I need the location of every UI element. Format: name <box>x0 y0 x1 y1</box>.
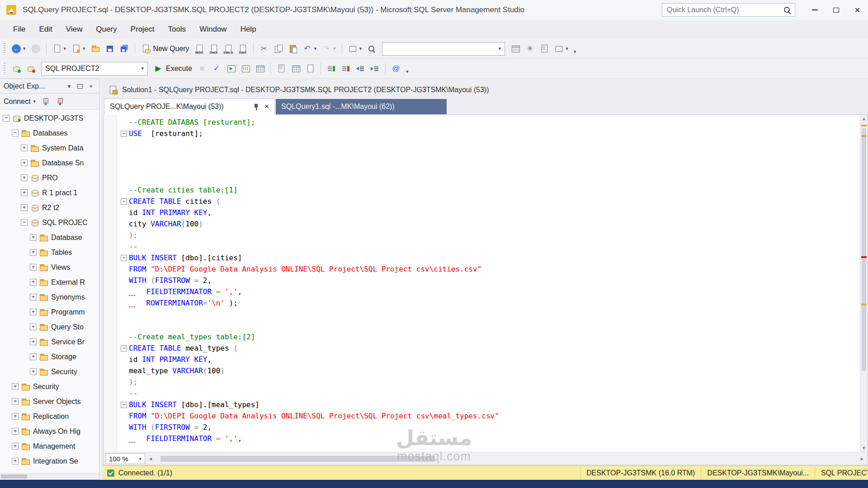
tree-item-replication[interactable]: +Replication <box>0 409 99 424</box>
results-to-text-button[interactable] <box>274 61 288 76</box>
new-query-button[interactable]: New Query <box>139 41 192 56</box>
open-file-button[interactable] <box>89 41 102 56</box>
menu-tools[interactable]: Tools <box>161 22 193 37</box>
maximize-button[interactable] <box>826 0 847 20</box>
tree-item-external-r[interactable]: +External R <box>0 275 99 290</box>
undo-button[interactable]: ↶▾ <box>301 41 319 56</box>
scrollbar-thumb[interactable] <box>862 128 866 371</box>
tree-item-integration-se[interactable]: +Integration Se <box>0 454 99 469</box>
expand-plus-icon[interactable]: + <box>30 309 37 315</box>
save-button[interactable] <box>103 41 117 56</box>
change-connection-button[interactable] <box>24 61 38 76</box>
save-all-button[interactable] <box>118 41 131 56</box>
editor-hscrollbar[interactable]: ◂ ▸ <box>145 452 868 465</box>
code-line[interactable]: WITH (FIRSTROW = 2, <box>104 275 860 286</box>
code-line[interactable]: −BULK INSERT [dbo].[cities] <box>104 252 860 263</box>
tree-item-always-on-hig[interactable]: +Always On Hig <box>0 424 99 439</box>
fold-collapse-cell[interactable]: − <box>119 343 129 354</box>
expand-plus-icon[interactable]: + <box>30 294 37 300</box>
expand-plus-icon[interactable]: + <box>30 338 37 345</box>
code-line[interactable] <box>104 150 860 162</box>
close-button[interactable]: × <box>847 0 868 20</box>
minimize-button[interactable] <box>804 0 826 20</box>
code-line[interactable]: -- <box>104 241 860 252</box>
chevron-down-icon[interactable]: ▾ <box>33 99 36 104</box>
code-line[interactable]: FROM "D:\DEPI Google Data Analysis ONLIN… <box>104 263 860 275</box>
object-explorer-hscrollbar[interactable] <box>0 473 99 479</box>
code-line[interactable]: meal_type VARCHAR(100) <box>104 365 860 376</box>
tree-item-views[interactable]: +Views <box>0 260 99 275</box>
tree-item-system-data[interactable]: +System Data <box>0 141 99 155</box>
code-line[interactable] <box>104 162 860 173</box>
tree-item-r-1-pract-1[interactable]: +R 1 pract 1 <box>0 185 99 200</box>
expand-plus-icon[interactable]: + <box>21 189 28 196</box>
paste-button[interactable] <box>286 41 300 56</box>
expand-plus-icon[interactable]: + <box>30 324 37 330</box>
expand-minus-icon[interactable]: − <box>12 130 19 136</box>
pin-icon[interactable] <box>253 103 259 111</box>
include-estimated-execution-plan-button[interactable] <box>224 61 238 76</box>
code-line[interactable]: FIELDTERMINATOR = ',', <box>104 286 860 297</box>
tree-item-storage[interactable]: +Storage <box>0 349 99 364</box>
code-line[interactable]: --Create cities table:[1] <box>104 184 860 196</box>
chevron-down-icon[interactable]: ▾ <box>141 66 144 71</box>
menu-project[interactable]: Project <box>124 22 161 37</box>
analysis-dmx-query-button[interactable]: DMX <box>207 41 221 56</box>
redo-button[interactable]: ↷▾ <box>320 41 338 56</box>
menu-query[interactable]: Query <box>89 22 123 37</box>
copy-button[interactable] <box>272 41 285 56</box>
expand-plus-icon[interactable]: + <box>30 234 37 241</box>
add-new-item-button[interactable]: ▾ <box>69 41 88 56</box>
expand-minus-icon[interactable]: − <box>21 219 28 226</box>
cut-button[interactable]: ✂ <box>257 41 271 56</box>
analysis-dax-query-button[interactable]: DAX <box>236 41 250 56</box>
connect-button[interactable]: Connect <box>4 98 31 106</box>
menu-help[interactable]: Help <box>234 22 263 37</box>
window-layout-button[interactable]: ▾ <box>552 41 571 56</box>
tree-item-service-br[interactable]: +Service Br <box>0 334 99 349</box>
new-project-button[interactable]: ▾ <box>50 41 69 56</box>
editor-vscrollbar[interactable]: ▴ ▾ <box>860 115 868 452</box>
fold-collapse-icon[interactable]: − <box>121 345 127 352</box>
expand-plus-icon[interactable]: + <box>21 160 28 166</box>
code-line[interactable]: ); <box>104 376 860 388</box>
menu-file[interactable]: File <box>6 22 32 37</box>
available-databases[interactable]: SQL PROJECT2▾ <box>41 62 148 75</box>
float-window-icon[interactable] <box>77 84 83 89</box>
code-line[interactable]: −BULK INSERT [dbo].[meal_types] <box>104 399 860 410</box>
analysis-mdx-query-button[interactable]: MDX <box>193 41 206 56</box>
tree-item-databases[interactable]: −Databases <box>0 126 99 141</box>
tree-item-security[interactable]: +Security <box>0 379 99 394</box>
find-combobox[interactable]: ▾ <box>382 42 505 56</box>
code-line[interactable] <box>104 320 860 331</box>
tree-item-query-sto[interactable]: +Query Sto <box>0 319 99 334</box>
tree-item-sql-server-ag[interactable]: SQL Server Ag <box>0 469 99 473</box>
connect-server-icon[interactable] <box>41 97 50 106</box>
zoom-control[interactable]: 100 % ▾ <box>105 453 145 464</box>
fold-collapse-cell[interactable]: − <box>119 252 129 263</box>
code-line[interactable]: --CREATE DATABAS [resturant]; <box>104 117 860 128</box>
results-to-file-button[interactable] <box>303 61 317 76</box>
code-line[interactable]: ); <box>104 230 860 241</box>
code-line[interactable]: −CREATE TABLE meal_types ( <box>104 343 860 354</box>
expand-plus-icon[interactable]: + <box>30 279 37 286</box>
chevron-down-icon[interactable]: ▾ <box>499 46 501 52</box>
find-button[interactable] <box>365 41 378 56</box>
menu-edit[interactable]: Edit <box>32 22 59 37</box>
fold-collapse-cell[interactable]: − <box>119 399 129 410</box>
specify-template-values-button[interactable]: @ <box>389 61 403 76</box>
expand-plus-icon[interactable]: + <box>12 443 19 450</box>
tree-item-synonyms[interactable]: +Synonyms <box>0 290 99 305</box>
menu-window[interactable]: Window <box>193 22 233 37</box>
tab-active-document[interactable]: SQLQuery PROJE...K\Mayoui (53))× <box>104 99 275 115</box>
expand-plus-icon[interactable]: + <box>30 353 37 360</box>
cancel-executing-query-button[interactable]: ■ <box>195 61 209 76</box>
code-line[interactable] <box>104 309 860 320</box>
expand-plus-icon[interactable]: + <box>12 383 19 390</box>
code-editor[interactable]: --CREATE DATABAS [resturant];−USE [restu… <box>104 115 860 452</box>
parse-query-button[interactable]: ✓ <box>210 61 223 76</box>
expand-plus-icon[interactable]: + <box>21 204 28 211</box>
scroll-right-icon[interactable]: ▸ <box>858 452 867 465</box>
code-line[interactable]: -- <box>104 388 860 399</box>
scroll-down-icon[interactable]: ▾ <box>860 445 868 451</box>
